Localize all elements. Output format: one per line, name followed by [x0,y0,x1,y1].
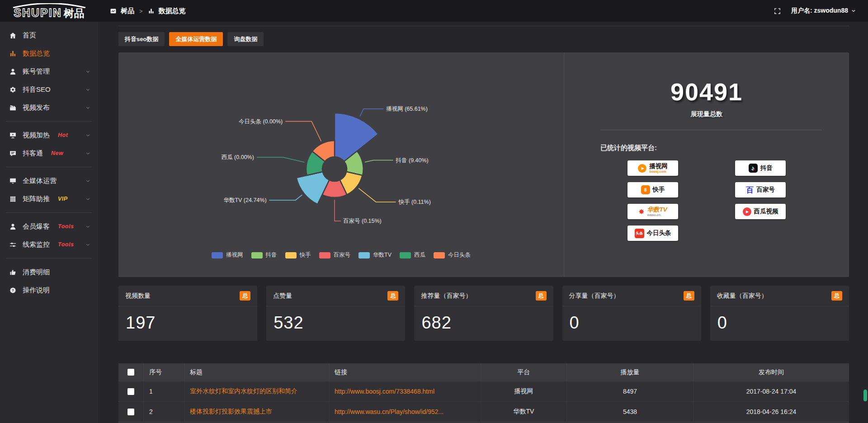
video-url-link[interactable]: http://www.boosj.com/7338468.html [335,388,434,395]
sidebar-item-douketong[interactable]: 抖客通 New [0,144,98,162]
fullscreen-button[interactable] [774,7,781,15]
topbar: SHUPIN 树品 树品 > 数据总览 用户名: zswodun88 [0,0,868,22]
screen-play-icon [9,132,17,139]
chevron-icon [85,242,91,248]
sidebar-item-consume-detail[interactable]: 消费明细 [0,263,98,281]
pie-label-line [257,157,305,162]
scrollbar-thumb[interactable] [863,390,867,401]
platform-badge-toutiao[interactable]: 头条 今日头条 [627,226,678,241]
grid-icon [9,195,17,203]
breadcrumb-separator: > [139,8,143,14]
sidebar-item-label: 抖客通 [23,149,43,158]
svg-text:?: ? [12,288,14,292]
stat-card-favorite-count: 收藏量（百家号） 总 0 [710,286,849,341]
platform-badge-xigua[interactable]: ▶ 西瓜视频 [735,204,786,219]
legend-label: 今日头条 [448,251,471,259]
stat-card-total-badge[interactable]: 总 [684,291,694,301]
sidebar-item-data-overview[interactable]: 数据总览 [0,44,98,62]
xigua-logo-icon: ▶ [743,207,751,216]
legend-label: 抖音 [266,251,277,259]
pie-label: 今日头条 (0.00%) [239,118,283,125]
platform-badge-douyin[interactable]: ♪ 抖音 [735,160,786,176]
sidebar-divider [6,212,92,213]
app-logo: SHUPIN 树品 [0,3,98,19]
stat-card-total-badge[interactable]: 总 [831,291,842,301]
tab-inquiry-data[interactable]: 询盘数据 [227,32,264,46]
sidebar-item-video-heat[interactable]: 视频加热 Hot [0,126,98,144]
sidebar-item-clue-monitor[interactable]: 线索监控 Tools [0,235,98,254]
chat-icon [9,150,17,157]
pie-label: 快手 (0.11%) [398,199,431,205]
cell-platform: 华数TV [481,402,567,422]
legend-item-douyin[interactable]: 抖音 [251,251,277,259]
sidebar-item-label: 数据总览 [23,49,50,58]
breadcrumb-root[interactable]: 树品 [121,7,134,15]
legend-item-wasu[interactable]: 华数TV [359,251,392,259]
sidebar-divider [6,121,92,122]
summary-panel: 90491 展现量总数 已统计的视频平台: ▶ 播视网 boosj.com 8 … [564,52,849,277]
legend-item-baijiahao[interactable]: 百家号 [319,251,351,259]
main-content: 抖音seo数据全媒体运营数据询盘数据 播视网 (65.61%)抖音 (9.40%… [98,22,868,423]
stat-card-value: 0 [710,306,849,339]
sidebar-item-media-operation[interactable]: 全媒体运营 [0,172,98,190]
sidebar-item-account-management[interactable]: 账号管理 [0,62,98,80]
sidebar-item-douyin-seo[interactable]: 抖音SEO [0,80,98,99]
chevron-icon [85,150,91,156]
stat-card-total-badge[interactable]: 总 [536,291,547,301]
sidebar-item-matrix-boost[interactable]: 矩阵助推 VIP [0,190,98,208]
user-menu[interactable]: 用户名: zswodun88 [791,7,856,15]
legend-chip [319,252,330,258]
stat-card-total-badge[interactable]: 总 [387,291,398,301]
video-url-link[interactable]: http://www.wasu.cn/Play/show/id/952... [335,408,443,415]
stat-card-total-badge[interactable]: 总 [240,291,250,301]
sidebar-item-badge: VIP [58,196,68,202]
total-impressions-label: 展现量总数 [564,110,849,118]
legend-item-toutiao[interactable]: 今日头条 [434,251,471,259]
kuaishou-logo-icon: 8 [641,185,650,194]
data-table: 序号 标题 链接 平台 播放量 发布时间 1 室外水纹灯和室内水纹灯的区别和简介… [118,363,849,423]
clapper-icon [9,104,17,112]
sidebar-item-label: 矩阵助推 [23,195,50,203]
stat-card-value: 0 [562,306,701,339]
video-title-link[interactable]: 室外水纹灯和室内水纹灯的区别和简介 [190,387,297,395]
total-impressions-value: 90491 [564,78,849,106]
sidebar-item-member-baoke[interactable]: 会员爆客 Tools [0,217,98,235]
legend-item-xigua[interactable]: 西瓜 [400,251,425,259]
stat-card-title: 视频数量 [125,292,151,300]
select-all-checkbox[interactable] [127,369,134,376]
boosj-logo-icon: ▶ [638,164,646,173]
video-title-link[interactable]: 楼体投影灯投影效果震撼上市 [190,408,272,416]
pie-slice-wasu[interactable] [297,172,330,204]
stat-card-title: 点赞量 [273,292,292,300]
platform-name: 播视网 [649,163,668,169]
row-checkbox[interactable] [127,409,134,415]
row-checkbox[interactable] [127,388,134,395]
legend-chip [251,252,263,258]
platform-badge-kuaishou[interactable]: 8 快手 [627,182,678,197]
pie-label-line [285,122,321,141]
sidebar-divider [6,167,92,167]
user-icon [9,68,17,75]
legend-chip [434,252,445,258]
sidebar-item-operation-guide[interactable]: ? 操作说明 [0,281,98,299]
legend-chip [400,252,411,258]
tab-media-operation-data[interactable]: 全媒体运营数据 [169,32,223,46]
data-tabs: 抖音seo数据全媒体运营数据询盘数据 [118,32,849,46]
legend-chip [285,252,297,258]
cell-time: 2017-08-24 17:04 [693,381,849,401]
platform-badge-boosj[interactable]: ▶ 播视网 boosj.com [627,160,678,176]
platform-badge-baijiahao[interactable]: 百 百家号 [735,182,786,197]
platform-badge-wasu[interactable]: ✸ 华数TV wasu.cn [627,204,678,219]
logo-text: SHUPIN [14,7,61,19]
stat-card-like-count: 点赞量 总 532 [266,286,405,341]
header-divider [118,26,849,26]
sidebar-item-home[interactable]: 首页 [0,26,98,44]
breadcrumb-current[interactable]: 数据总览 [159,7,186,15]
sidebar-item-label: 首页 [23,31,36,40]
legend-item-boosj[interactable]: 播视网 [212,251,243,259]
bar-chart-icon [148,8,155,14]
chart-legend: 播视网 抖音 快手 百家号 华数TV 西瓜 今日头条 [118,251,564,259]
legend-item-kuaishou[interactable]: 快手 [285,251,311,259]
tab-douyin-seo-data[interactable]: 抖音seo数据 [118,32,165,46]
sidebar-item-video-publish[interactable]: 视频发布 [0,99,98,117]
